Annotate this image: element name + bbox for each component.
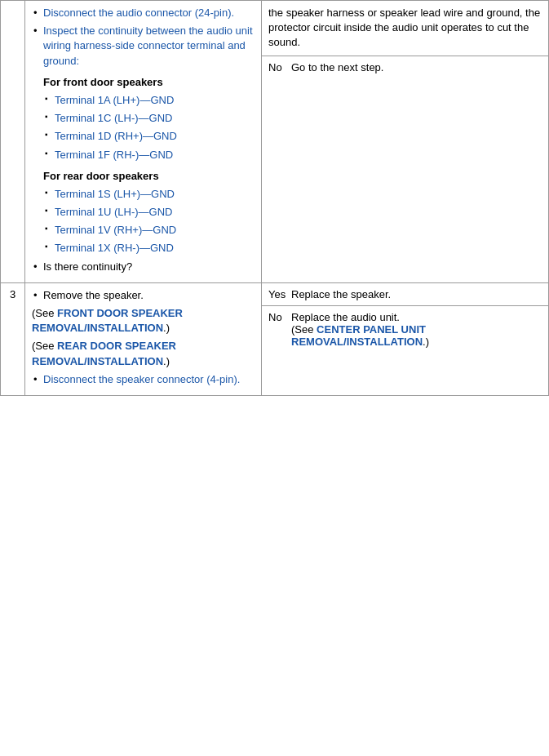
step-number: 3 (1, 282, 25, 395)
action-text: Inspect the continuity between the audio… (43, 24, 253, 66)
yn-content: Replace the speaker. (291, 288, 391, 300)
terminal-text: Terminal 1D (RH+)—GND (55, 130, 177, 142)
terminal-text: Terminal 1U (LH-)—GND (55, 206, 172, 218)
terminal-text: Terminal 1F (RH-)—GND (55, 149, 173, 161)
yn-content: Replace the audio unit. (See CENTER PANE… (291, 311, 542, 348)
yn-label: No (268, 61, 291, 73)
terminal-text: Terminal 1X (RH-)—GND (55, 242, 174, 254)
yn-block: No Go to the next step. (262, 56, 548, 78)
list-item: Is there continuity? (32, 260, 255, 274)
action-cell: Disconnect the audio connector (24-pin).… (25, 1, 262, 283)
action-text: Remove the speaker. (43, 289, 144, 301)
terminal-text: Terminal 1A (LH+)—GND (55, 94, 174, 106)
action-list: Disconnect the speaker connector (4-pin)… (32, 372, 255, 387)
terminal-list: Terminal 1S (LH+)—GND Terminal 1U (LH-)—… (43, 187, 255, 256)
subheading: For rear door speakers (43, 169, 255, 184)
list-item: Terminal 1X (RH-)—GND (43, 241, 255, 256)
table-row: 3 Remove the speaker. (See FRONT DOOR SP… (1, 282, 549, 395)
result-text: the speaker harness or speaker lead wire… (268, 7, 540, 48)
list-item: Terminal 1C (LH-)—GND (43, 111, 255, 126)
action-text: Is there continuity? (43, 260, 132, 273)
list-item: Terminal 1F (RH-)—GND (43, 148, 255, 162)
table-row: Disconnect the audio connector (24-pin).… (1, 1, 549, 283)
rear-door-link[interactable]: REAR DOOR SPEAKER REMOVAL/INSTALLATION (32, 340, 176, 367)
result-cell: Yes Replace the speaker. No Replace the … (262, 282, 549, 395)
yn-label: Yes (268, 288, 291, 300)
reference-para: (See FRONT DOOR SPEAKER REMOVAL/INSTALLA… (32, 306, 255, 336)
action-text: Disconnect the audio connector (24-pin). (43, 7, 234, 19)
reference-para: (See REAR DOOR SPEAKER REMOVAL/INSTALLAT… (32, 339, 255, 368)
list-item: Terminal 1S (LH+)—GND (43, 187, 255, 202)
yn-block: No Replace the audio unit. (See CENTER P… (262, 306, 548, 353)
yn-content: Go to the next step. (291, 61, 383, 73)
list-item: Remove the speaker. (32, 288, 255, 303)
terminal-text: Terminal 1S (LH+)—GND (55, 188, 175, 200)
list-item: Disconnect the audio connector (24-pin). (32, 6, 255, 20)
list-item: Terminal 1A (LH+)—GND (43, 93, 255, 108)
sub-content: For front door speakers Terminal 1A (LH+… (43, 75, 255, 256)
list-item: Inspect the continuity between the audio… (32, 24, 255, 256)
page-content: Disconnect the audio connector (24-pin).… (0, 0, 549, 396)
terminal-text: Terminal 1V (RH+)—GND (55, 224, 176, 236)
action-text: Disconnect the speaker connector (4-pin)… (43, 373, 240, 385)
result-combined-cell: the speaker harness or speaker lead wire… (262, 1, 549, 283)
continuation-result: the speaker harness or speaker lead wire… (262, 1, 548, 56)
terminal-text: Terminal 1C (LH-)—GND (55, 112, 172, 124)
action-list: Disconnect the audio connector (24-pin).… (32, 6, 255, 274)
front-door-link[interactable]: FRONT DOOR SPEAKER REMOVAL/INSTALLATION (32, 307, 183, 334)
terminal-list: Terminal 1A (LH+)—GND Terminal 1C (LH-)—… (43, 93, 255, 162)
list-item: Terminal 1V (RH+)—GND (43, 223, 255, 238)
step-number (1, 1, 25, 283)
yn-label: No (268, 311, 291, 348)
subheading: For front door speakers (43, 75, 255, 90)
main-table: Disconnect the audio connector (24-pin).… (0, 0, 549, 396)
action-list: Remove the speaker. (32, 288, 255, 303)
yn-block: Yes Replace the speaker. (262, 283, 548, 306)
list-item: Terminal 1D (RH+)—GND (43, 129, 255, 144)
list-item: Terminal 1U (LH-)—GND (43, 205, 255, 220)
result-text: (See CENTER PANEL UNIT REMOVAL/INSTALLAT… (291, 323, 429, 348)
action-cell: Remove the speaker. (See FRONT DOOR SPEA… (25, 282, 262, 395)
center-panel-link[interactable]: CENTER PANEL UNIT REMOVAL/INSTALLATION (291, 323, 426, 348)
list-item: Disconnect the speaker connector (4-pin)… (32, 372, 255, 387)
